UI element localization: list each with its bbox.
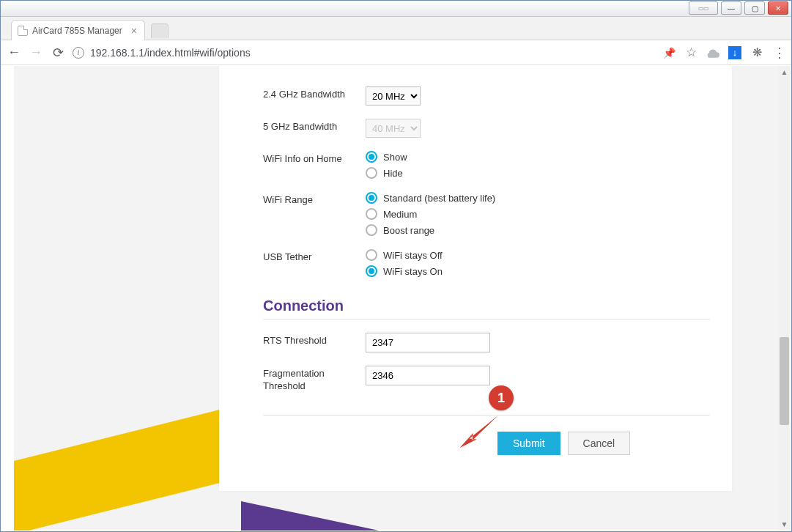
wifiinfo-show-radio[interactable]: Show bbox=[366, 151, 710, 163]
browser-menu-icon[interactable]: ⋮ bbox=[772, 46, 785, 59]
wifiinfo-hide-radio[interactable]: Hide bbox=[366, 167, 710, 179]
scroll-down-icon[interactable]: ▼ bbox=[778, 518, 791, 531]
annotation-step-number: 1 bbox=[497, 391, 505, 406]
tether-off-label: WiFi stays Off bbox=[383, 250, 443, 261]
window-close-button[interactable]: ✕ bbox=[768, 1, 788, 15]
tab-title: AirCard 785S Manager bbox=[32, 26, 122, 36]
pin-icon[interactable]: 📌 bbox=[662, 46, 676, 59]
browser-tabstrip: AirCard 785S Manager × bbox=[1, 17, 791, 40]
bookmark-star-icon[interactable]: ☆ bbox=[684, 46, 697, 59]
browser-viewport: 2.4 GHz Bandwidth 20 MHz 5 GHz Bandwidth… bbox=[1, 66, 791, 531]
range-standard-label: Standard (best battery life) bbox=[383, 193, 495, 204]
radio-icon bbox=[366, 167, 377, 179]
frag-label: Fragmentation Threshold bbox=[263, 366, 366, 393]
page-icon bbox=[18, 26, 28, 36]
wifiinfo-label: WiFi Info on Home bbox=[263, 151, 366, 166]
radio-icon bbox=[366, 192, 377, 204]
extension-icon[interactable]: ❋ bbox=[750, 46, 763, 59]
site-info-icon[interactable]: i bbox=[73, 47, 84, 59]
frag-input[interactable] bbox=[366, 366, 490, 385]
rts-label: RTS Threshold bbox=[263, 333, 366, 347]
decorative-shape-purple bbox=[241, 501, 432, 531]
new-tab-button[interactable] bbox=[151, 23, 169, 38]
forward-button[interactable]: → bbox=[29, 45, 43, 60]
back-button[interactable]: ← bbox=[7, 45, 21, 60]
scroll-thumb[interactable] bbox=[780, 337, 789, 425]
range-boost-label: Boost range bbox=[383, 225, 434, 236]
tether-off-radio[interactable]: WiFi stays Off bbox=[366, 249, 710, 261]
radio-icon bbox=[366, 265, 377, 277]
browser-tab-active[interactable]: AirCard 785S Manager × bbox=[11, 20, 145, 40]
scroll-up-icon[interactable]: ▲ bbox=[778, 66, 791, 78]
rts-input[interactable] bbox=[366, 333, 490, 352]
reload-button[interactable]: ⟳ bbox=[51, 45, 65, 61]
bw5-select: 40 MHz bbox=[366, 119, 421, 138]
wifiinfo-show-label: Show bbox=[383, 152, 407, 163]
url-text: 192.168.1.1/index.html#wifi/options bbox=[90, 47, 251, 59]
vertical-scrollbar[interactable]: ▲ ▼ bbox=[778, 66, 791, 531]
range-medium-radio[interactable]: Medium bbox=[366, 208, 710, 220]
download-icon[interactable]: ↓ bbox=[728, 46, 741, 59]
tether-on-label: WiFi stays On bbox=[383, 266, 443, 277]
window-pin-button[interactable]: ▭▭ bbox=[689, 1, 718, 15]
bw24-select[interactable]: 20 MHz bbox=[366, 86, 421, 106]
page-background: 2.4 GHz Bandwidth 20 MHz 5 GHz Bandwidth… bbox=[14, 66, 778, 531]
bw24-label: 2.4 GHz Bandwidth bbox=[263, 86, 366, 101]
window-titlebar: ▭▭ — ▢ ✕ bbox=[1, 1, 791, 17]
connection-heading: Connection bbox=[263, 298, 710, 319]
cancel-button[interactable]: Cancel bbox=[568, 432, 631, 455]
radio-icon bbox=[366, 208, 377, 220]
window-maximize-button[interactable]: ▢ bbox=[744, 1, 765, 15]
browser-toolbar: ← → ⟳ i 192.168.1.1/index.html#wifi/opti… bbox=[1, 40, 791, 65]
radio-icon bbox=[366, 151, 377, 163]
annotation-step-badge: 1 bbox=[489, 385, 514, 410]
tab-close-icon[interactable]: × bbox=[131, 25, 137, 37]
radio-icon bbox=[366, 249, 377, 261]
range-label: WiFi Range bbox=[263, 192, 366, 207]
wifiinfo-hide-label: Hide bbox=[383, 168, 403, 179]
window-minimize-button[interactable]: — bbox=[721, 1, 741, 15]
tether-on-radio[interactable]: WiFi stays On bbox=[366, 265, 710, 277]
range-medium-label: Medium bbox=[383, 209, 417, 220]
range-boost-radio[interactable]: Boost range bbox=[366, 224, 710, 236]
submit-button[interactable]: Submit bbox=[497, 432, 560, 455]
address-bar[interactable]: i 192.168.1.1/index.html#wifi/options bbox=[73, 47, 655, 59]
tether-label: USB Tether bbox=[263, 249, 366, 264]
bw5-label: 5 GHz Bandwidth bbox=[263, 119, 366, 133]
cloud-icon[interactable] bbox=[706, 46, 719, 59]
range-standard-radio[interactable]: Standard (best battery life) bbox=[366, 192, 710, 204]
annotation-arrow-icon bbox=[459, 410, 503, 454]
radio-icon bbox=[366, 224, 377, 236]
